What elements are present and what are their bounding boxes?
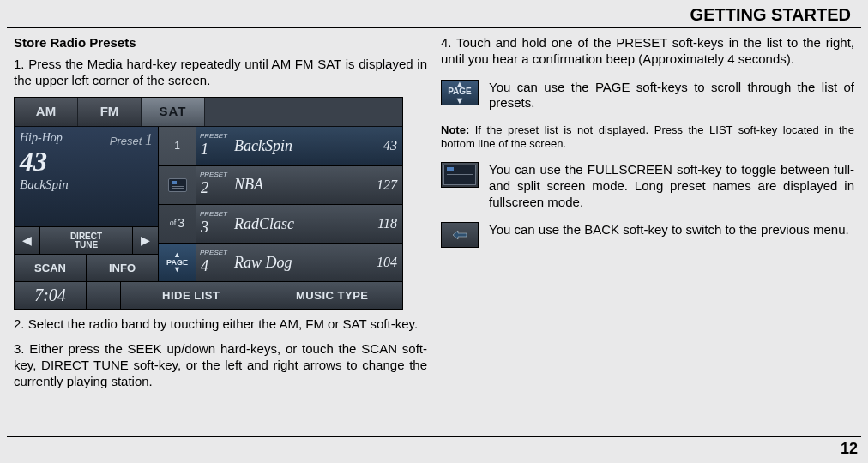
direct-tune-row: ◀ DIRECT TUNE ▶ (15, 226, 158, 254)
page-button[interactable]: ▲ PAGE ▼ (159, 244, 196, 281)
down-arrow-icon: ▼ (455, 98, 465, 104)
left-panel: Hip-Hop Preset 1 43 BackSpin ◀ DIRECT TU… (15, 127, 159, 281)
section-title: Store Radio Presets (14, 35, 427, 51)
step-1: 1. Press the Media hard-key repeatedly u… (14, 57, 427, 89)
music-type-button[interactable]: MUSIC TYPE (262, 282, 403, 309)
page-icon: ▲ PAGE ▼ (441, 80, 479, 105)
preset-name: BackSpin (234, 136, 363, 156)
tune-right-arrow[interactable]: ▶ (132, 227, 158, 254)
info-button[interactable]: INFO (87, 255, 158, 281)
direct-tune-label2: TUNE (75, 241, 98, 250)
preset-label: Preset (110, 135, 142, 147)
preset-row[interactable]: PRESET1 BackSpin 43 (196, 127, 402, 165)
scan-button[interactable]: SCAN (15, 255, 87, 281)
back-info-text: You can use the BACK soft-key to switch … (489, 222, 854, 238)
preset-row[interactable]: PRESET3 RadClasc 118 (196, 205, 402, 244)
step-4: 4. Touch and hold one of the PRESET soft… (441, 35, 854, 68)
preset-num: 3 (201, 218, 208, 238)
page-down-arrow-icon: ▼ (173, 268, 181, 272)
left-column: Store Radio Presets 1. Press the Media h… (7, 32, 434, 398)
preset-num: 2 (201, 178, 208, 198)
content-columns: Store Radio Presets 1. Press the Media h… (0, 28, 868, 398)
preset-channel: 43 (363, 137, 397, 154)
hide-list-button[interactable]: HIDE LIST (121, 282, 262, 309)
page-up[interactable]: 1 (159, 127, 196, 165)
now-playing-preset: Preset 1 (110, 130, 153, 150)
page-indicator: of 3 (159, 205, 196, 244)
preset-label: PRESET (200, 171, 227, 178)
preset-name: NBA (234, 175, 363, 195)
preset-label: PRESET (200, 250, 227, 256)
back-info-row: You can use the BACK soft-key to switch … (441, 222, 854, 248)
radio-screenshot: AM FM SAT Hip-Hop Preset 1 43 BackSpin (14, 97, 403, 310)
direct-tune-button[interactable]: DIRECT TUNE (40, 227, 132, 254)
tab-am[interactable]: AM (15, 98, 78, 126)
of-label: of (170, 219, 177, 228)
preset-name: Raw Dog (234, 253, 363, 273)
page-number: 12 (841, 440, 858, 458)
now-playing: Hip-Hop Preset 1 43 BackSpin (15, 127, 158, 226)
tab-spacer (205, 98, 402, 126)
now-playing-name: BackSpin (20, 177, 153, 193)
preset-channel: 127 (363, 177, 397, 194)
preset-label: PRESET (200, 211, 227, 218)
page-title: GETTING STARTED (7, 0, 861, 28)
fullscreen-info-row: You can use the FULLSCREEN soft-key to t… (441, 162, 854, 210)
preset-num: 4 (201, 256, 208, 276)
page-info-row: ▲ PAGE ▼ You can use the PAGE soft-keys … (441, 80, 854, 112)
up-arrow-icon: ▲ (455, 81, 465, 87)
note-label: Note: (441, 123, 469, 136)
preset-row[interactable]: PRESET2 NBA 127 (196, 166, 402, 205)
fullscreen-icon (441, 162, 479, 188)
preset-channel: 104 (363, 254, 397, 271)
tune-left-arrow[interactable]: ◀ (15, 227, 40, 254)
fullscreen-info-text: You can use the FULLSCREEN soft-key to t… (489, 162, 854, 210)
step-3: 3. Either press the SEEK up/down hard-ke… (14, 341, 427, 389)
fullscreen-icon[interactable] (159, 166, 196, 205)
now-playing-channel: 43 (20, 147, 153, 175)
preset-list: PRESET1 BackSpin 43 PRESET2 NBA 127 PRES… (196, 127, 402, 281)
note-text: If the preset list is not displayed. Pre… (441, 123, 854, 150)
bottom-spacer (87, 282, 121, 309)
preset-num: 1 (201, 140, 208, 159)
back-icon (441, 222, 479, 248)
preset-number: 1 (145, 131, 153, 148)
right-column: 4. Touch and hold one of the PRESET soft… (434, 32, 861, 398)
step-2: 2. Select the radio band by touching eit… (14, 316, 427, 333)
scan-info-row: SCAN INFO (15, 254, 158, 281)
tab-sat[interactable]: SAT (142, 98, 205, 126)
clock: 7:04 (15, 282, 87, 309)
mid-column: 1 of 3 ▲ PAGE ▼ (159, 127, 196, 281)
of-num: 3 (178, 216, 184, 232)
preset-label: PRESET (200, 133, 227, 140)
note: Note: If the preset list is not displaye… (441, 123, 854, 150)
preset-row[interactable]: PRESET4 Raw Dog 104 (196, 244, 402, 281)
tab-fm[interactable]: FM (78, 98, 142, 126)
footer-rule (7, 436, 861, 437)
page-info-text: You can use the PAGE soft-keys to scroll… (489, 80, 854, 112)
band-tabs: AM FM SAT (15, 98, 402, 127)
preset-channel: 118 (363, 215, 397, 232)
bottom-bar: 7:04 HIDE LIST MUSIC TYPE (15, 281, 402, 309)
preset-name: RadClasc (234, 214, 363, 234)
